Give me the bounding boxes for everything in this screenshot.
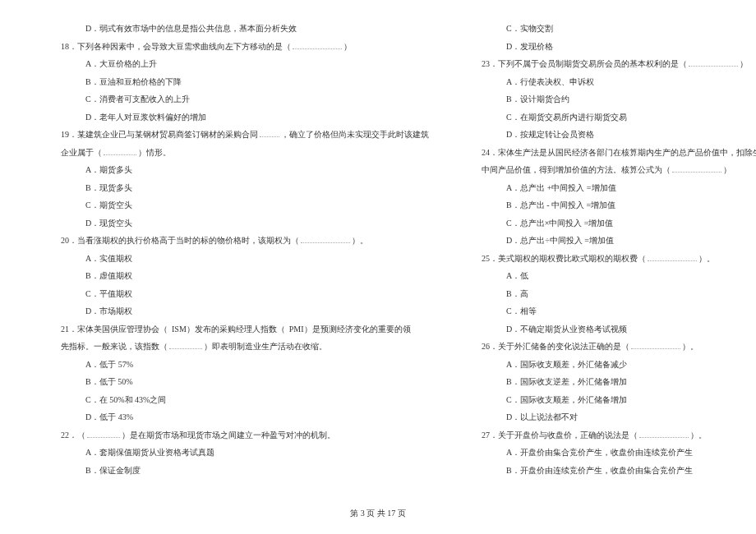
stem-text: 20．当看涨期权的执行价格高于当时的标的物价格时，该期权为（ — [61, 236, 299, 245]
q19-option-a: A．期货多头 — [49, 161, 429, 179]
option-text: C．期货空头 — [85, 200, 132, 209]
q18-option-d: D．老年人对豆浆饮料偏好的增加 — [49, 108, 429, 127]
q25-option-c: C．相等 — [470, 302, 756, 320]
stem-text: 25．美式期权的期权费比欧式期权的期权费（ — [482, 254, 646, 263]
stem-text: 27．关于开盘价与收盘价，正确的说法是（ — [482, 430, 638, 440]
answer-blank[interactable] — [631, 341, 680, 349]
q20-option-d: D．市场期权 — [49, 302, 429, 320]
option-text: D．总产出÷中间投入 =增加值 — [506, 236, 614, 245]
q27-option-b: B．开盘价由连续竞价产生，收盘价由集合竞价产生 — [470, 462, 756, 480]
q21-option-c: C．在 50%和 43%之间 — [49, 391, 429, 409]
q23-stem: 23．下列不属于会员制期货交易所会员的基本权利的是（） — [470, 55, 756, 73]
q25-option-a: A．低 — [470, 267, 756, 285]
option-text: D．低于 43% — [85, 412, 133, 421]
option-text: D．市场期权 — [85, 306, 132, 315]
option-text: C．国际收支顺差，外汇储备增加 — [506, 395, 627, 404]
option-text: A．低于 57% — [85, 360, 133, 369]
q25-stem: 25．美式期权的期权费比欧式期权的期权费（）。 — [470, 250, 756, 268]
page-number: 第 3 页 共 17 页 — [350, 509, 406, 518]
option-text: D．以上说法都不对 — [506, 412, 578, 421]
option-text: B．虚值期权 — [85, 271, 132, 280]
answer-blank[interactable] — [104, 147, 136, 155]
q27-stem: 27．关于开盘价与收盘价，正确的说法是（）。 — [470, 426, 756, 444]
stem-suffix: ）。 — [690, 430, 707, 440]
stem-text-2: ，确立了价格但尚未实现交手此时该建筑 — [281, 130, 429, 139]
option-text: B．保证金制度 — [85, 466, 141, 475]
answer-blank[interactable] — [672, 164, 721, 173]
q26-option-a: A．国际收支顺差，外汇储备减少 — [470, 356, 756, 374]
left-column: D．弱式有效市场中的信息是指公共信息，基本面分析失效 18．下列各种因素中，会导… — [49, 20, 429, 492]
q18-option-a: A．大豆价格的上升 — [49, 55, 429, 73]
q18-option-c: C．消费者可支配收入的上升 — [49, 90, 429, 108]
q22-stem: 22．（）是在期货市场和现货市场之间建立一种盈亏对冲的机制。 — [49, 426, 429, 444]
option-text: B．开盘价由连续竞价产生，收盘价由集合竞价产生 — [506, 466, 693, 475]
answer-blank[interactable] — [169, 341, 202, 349]
option-text: A．套期保值期货从业资格考试真题 — [85, 448, 214, 457]
option-text: D．弱式有效市场中的信息是指公共信息，基本面分析失效 — [85, 24, 297, 33]
stem-b: ）是在期货市场和现货市场之间建立一种盈亏对冲的机制。 — [122, 430, 335, 440]
stem-text: 企业属于（ — [61, 148, 102, 157]
option-text: C．消费者可支配收入的上升 — [85, 94, 190, 104]
option-text: C．总产出×中间投入 =增加值 — [506, 219, 613, 228]
stem-b: ）即表明制造业生产活动在收缩。 — [204, 342, 327, 351]
option-text: A．行使表决权、申诉权 — [506, 77, 594, 86]
option-text: A．总产出 +中间投入 =增加值 — [506, 183, 616, 192]
answer-blank[interactable] — [293, 41, 342, 49]
q24-option-b: B．总产出 - 中间投入 =增加值 — [470, 196, 756, 214]
q23-option-a: A．行使表决权、申诉权 — [470, 73, 756, 91]
q21-stem-line1: 21．宋体美国供应管理协会（ ISM）发布的采购经理人指数（ PMI）是预测经济… — [49, 320, 429, 338]
option-text: C．实物交割 — [506, 24, 553, 33]
q19-stem-line2: 企业属于（）情形。 — [49, 144, 429, 162]
option-text: A．期货多头 — [85, 165, 132, 174]
answer-blank[interactable] — [689, 58, 738, 67]
option-text: B．设计期货合约 — [506, 94, 569, 104]
stem-text: 18．下列各种因素中，会导致大豆需求曲线向左下方移动的是（ — [61, 42, 291, 51]
q24-option-a: A．总产出 +中间投入 =增加值 — [470, 179, 756, 197]
option-text: D．现货空头 — [85, 219, 132, 228]
q22-option-a: A．套期保值期货从业资格考试真题 — [49, 444, 429, 462]
q21-stem-line2: 先指标。一般来说，该指数（）即表明制造业生产活动在收缩。 — [49, 338, 429, 356]
option-text: B．现货多头 — [85, 183, 132, 192]
q26-stem: 26．关于外汇储备的变化说法正确的是（）。 — [470, 338, 756, 356]
option-text: B．总产出 - 中间投入 =增加值 — [506, 200, 615, 209]
stem-suffix: ） — [740, 59, 748, 68]
option-text: A．大豆价格的上升 — [85, 59, 157, 68]
stem-suffix: ）。 — [682, 342, 698, 351]
option-text: B．低于 50% — [85, 377, 133, 386]
option-text: C．相等 — [506, 306, 537, 315]
option-text: A．低 — [506, 271, 528, 280]
q26-option-d: D．以上说法都不对 — [470, 408, 756, 426]
stem-a: 先指标。一般来说，该指数（ — [61, 342, 168, 351]
q24-stem-line1: 24．宋体生产法是从国民经济各部门在核算期内生产的总产品价值中，扣除生产过程中投… — [470, 144, 756, 162]
stem-text: 19．某建筑企业已与某钢材贸易商签订钢材的采购合同 — [61, 130, 258, 139]
option-text: C．在 50%和 43%之间 — [85, 395, 166, 404]
inline-blank — [260, 129, 279, 137]
answer-blank[interactable] — [301, 235, 350, 243]
stem-c: PMI）是预测经济变化的重要的领 — [289, 325, 411, 334]
right-column: C．实物交割 D．发现价格 23．下列不属于会员制期货交易所会员的基本权利的是（… — [470, 20, 756, 492]
q20-option-c: C．平值期权 — [49, 285, 429, 303]
q23-option-b: B．设计期货合约 — [470, 90, 756, 108]
option-text: D．不确定期货从业资格考试视频 — [506, 325, 627, 334]
q19-option-d: D．现货空头 — [49, 214, 429, 232]
q20-option-a: A．实值期权 — [49, 250, 429, 268]
answer-blank[interactable] — [648, 253, 697, 261]
q23-option-d: D．按规定转让会员资格 — [470, 126, 756, 144]
stem-suffix: ） — [723, 165, 731, 174]
stem-suffix: ） — [343, 42, 352, 51]
option-text: D．按规定转让会员资格 — [506, 130, 594, 139]
stem-text: 23．下列不属于会员制期货交易所会员的基本权利的是（ — [482, 59, 687, 68]
stem-text: 中间产品价值，得到增加价值的方法。核算公式为（ — [482, 165, 671, 174]
q25-option-b: B．高 — [470, 285, 756, 303]
q21-option-d: D．低于 43% — [49, 408, 429, 426]
answer-blank[interactable] — [87, 430, 120, 438]
answer-blank[interactable] — [639, 430, 689, 438]
stem-b: ISM）发布的采购经理人指数（ — [172, 325, 285, 334]
q26-option-b: B．国际收支逆差，外汇储备增加 — [470, 373, 756, 391]
q24-option-c: C．总产出×中间投入 =增加值 — [470, 214, 756, 232]
q21-option-b: B．低于 50% — [49, 373, 429, 391]
option-text: A．实值期权 — [85, 254, 132, 263]
q27-option-a: A．开盘价由集合竞价产生，收盘价由连续竞价产生 — [470, 444, 756, 462]
option-text: C．平值期权 — [85, 289, 132, 298]
stem-a: 21．宋体美国供应管理协会（ — [61, 325, 168, 334]
